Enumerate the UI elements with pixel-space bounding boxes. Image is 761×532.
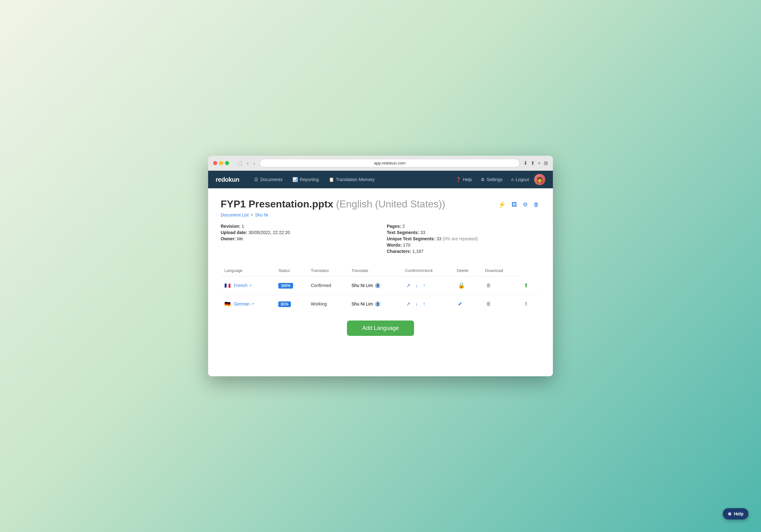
nav-item-documents[interactable]: ☰ Documents (249, 171, 287, 188)
german-upload-button[interactable]: ↑ (422, 300, 427, 308)
unique-segments-row: Unique Text Segments: 33 (0% are repeate… (387, 236, 540, 241)
german-translator-avatar: 👤 (375, 301, 380, 307)
french-flag: 🇫🇷 (224, 283, 231, 289)
breadcrumb: Document List > Shu Ni (221, 212, 445, 217)
col-translator: Translator (307, 265, 348, 276)
new-tab-icon[interactable]: + (538, 160, 541, 166)
documents-icon: ☰ (254, 177, 258, 182)
user-avatar[interactable]: 👩 (534, 174, 545, 185)
french-progress-badge: 100% (278, 283, 293, 289)
german-translator: Shu Ni Lim 👤 (351, 301, 397, 307)
french-translator-name: Shu Ni Lim (351, 283, 373, 288)
maximize-button[interactable] (225, 161, 229, 165)
characters-row: Characters: 1,187 (387, 249, 540, 254)
german-translate-actions: ↗ ↓ ↑ (405, 300, 449, 308)
breadcrumb-document-list[interactable]: Document List (221, 212, 249, 217)
grid-icon[interactable]: ⊞ (544, 160, 548, 166)
text-segments-row: Text Segments: 33 (387, 230, 540, 235)
address-bar[interactable]: app.redokun.com (260, 159, 519, 167)
navbar: redokun ☰ Documents 📊 Reporting 📋 Transl… (208, 171, 553, 188)
metadata-grid: Revision: 1 Upload date: 30/05/2022, 22:… (221, 224, 540, 255)
add-language-button[interactable]: Add Language (347, 321, 414, 336)
breadcrumb-current: Shu Ni (255, 212, 268, 217)
download-icon[interactable]: ⬇ (523, 160, 528, 166)
traffic-lights (213, 161, 229, 165)
logout-icon: ⎋ (511, 177, 514, 182)
back-button[interactable]: ‹ (246, 160, 250, 166)
german-external-link-icon[interactable]: ↗ (251, 302, 254, 306)
german-status: Working (311, 301, 327, 306)
french-upload-button[interactable]: ↑ (422, 281, 427, 290)
nav-logo[interactable]: redokun (216, 176, 239, 183)
col-confirm: Confirm/Unlock (401, 265, 453, 276)
nav-logout[interactable]: ⎋ Logout (507, 171, 533, 188)
nav-help[interactable]: ❓ Help (452, 171, 476, 188)
nav-item-reporting[interactable]: 📊 Reporting (287, 171, 324, 188)
language-german[interactable]: 🇩🇪 German ↗ (224, 301, 271, 307)
german-download-translation-button[interactable]: ⬆ (522, 299, 530, 309)
nav-settings[interactable]: ⚙ Settings (477, 171, 506, 188)
help-icon: ❓ (456, 177, 461, 182)
document-settings-button[interactable]: ⚙ (522, 199, 529, 210)
german-translator-name: Shu Ni Lim (351, 301, 373, 306)
nav-items: ☰ Documents 📊 Reporting 📋 Translation Me… (249, 171, 452, 188)
nav-item-translation-memory[interactable]: 📋 Translation Memory (324, 171, 380, 188)
col-download: Download (481, 265, 519, 276)
page-actions: ⚡ 🖼 ⚙ 🗑 (497, 198, 540, 210)
pages-row: Pages: 2 (387, 224, 540, 229)
settings-icon: ⚙ (481, 177, 485, 182)
french-external-link-icon[interactable]: ↗ (249, 284, 252, 288)
translation-memory-icon: 📋 (329, 177, 334, 182)
german-progress-badge: 81% (278, 301, 291, 307)
col-status: Status (274, 265, 307, 276)
french-translator-avatar: 👤 (375, 283, 380, 288)
upload-date-row: Upload date: 30/05/2022, 22:22:20 (221, 230, 374, 235)
german-flag: 🇩🇪 (224, 301, 231, 307)
add-language-section: Add Language (221, 313, 540, 338)
header-area: FYP1 Presentation.pptx (English (United … (221, 198, 540, 224)
address-text: app.redokun.com (374, 161, 405, 165)
german-open-editor-button[interactable]: ↗ (405, 300, 412, 308)
german-delete-button[interactable]: 🗑 (485, 300, 493, 308)
browser-titlebar: ⬜ ‹ › app.redokun.com ⬇ ⬆ + ⊞ (208, 156, 553, 171)
table-header-row: Language Status Translator Translate Con… (221, 265, 540, 276)
forward-button[interactable]: › (252, 160, 257, 166)
page-title: FYP1 Presentation.pptx (English (United … (221, 198, 445, 210)
main-content: FYP1 Presentation.pptx (English (United … (208, 188, 553, 376)
french-download-button[interactable]: ↓ (414, 281, 419, 290)
help-fab-icon: ⊗ (728, 511, 732, 516)
quick-translate-button[interactable]: ⚡ (497, 199, 507, 210)
share-icon[interactable]: ⬆ (531, 160, 535, 166)
language-table: Language Status Translator Translate Con… (221, 265, 540, 313)
german-confirm-button[interactable]: ✔ (457, 299, 464, 309)
french-download-translation-button[interactable]: ⬆ (522, 281, 530, 290)
delete-document-button[interactable]: 🗑 (532, 199, 540, 210)
french-translator: Shu Ni Lim 👤 (351, 283, 397, 288)
col-language: Language (221, 265, 274, 276)
french-lock-button[interactable]: 🔒 (457, 281, 466, 290)
help-fab-label: Help (734, 511, 743, 516)
help-fab-button[interactable]: ⊗ Help (723, 508, 748, 519)
revision-row: Revision: 1 (221, 224, 374, 229)
reporting-icon: 📊 (292, 177, 298, 182)
french-status: Confirmed (311, 283, 331, 288)
german-download-button[interactable]: ↓ (414, 300, 419, 308)
french-open-editor-button[interactable]: ↗ (405, 281, 412, 290)
words-row: Words: 170 (387, 242, 540, 247)
french-translate-actions: ↗ ↓ ↑ (405, 281, 449, 290)
minimize-button[interactable] (219, 161, 223, 165)
french-delete-button[interactable]: 🗑 (485, 281, 493, 290)
browser-controls: ⬜ ‹ › (235, 160, 256, 166)
nav-right: ❓ Help ⚙ Settings ⎋ Logout 👩 (452, 171, 545, 188)
browser-right-controls: ⬇ ⬆ + ⊞ (523, 160, 548, 166)
language-french[interactable]: 🇫🇷 French ↗ (224, 283, 271, 289)
close-button[interactable] (213, 161, 217, 165)
export-image-button[interactable]: 🖼 (510, 199, 518, 210)
sidebar-toggle[interactable]: ⬜ (235, 160, 243, 166)
col-translate: Translate (348, 265, 401, 276)
col-delete: Delete (453, 265, 481, 276)
table-row: 🇫🇷 French ↗ 100% Confirmed (221, 276, 540, 295)
table-row: 🇩🇪 German ↗ 81% Working (221, 295, 540, 313)
owner-row: Owner: Me (221, 236, 374, 241)
